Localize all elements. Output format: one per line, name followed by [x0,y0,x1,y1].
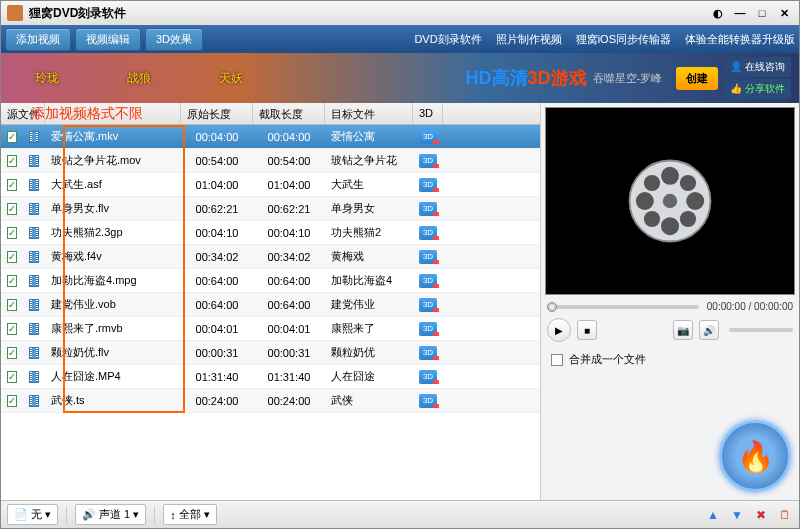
add-video-button[interactable]: 添加视频 [5,28,71,51]
table-row[interactable]: ✓加勒比海盗4.mpg00:64:0000:64:00加勒比海盗43D [1,269,540,293]
svg-point-4 [636,192,654,210]
volume-slider[interactable] [729,328,793,332]
3d-toggle-icon[interactable]: 3D [419,178,437,192]
cell-target: 武侠 [325,393,413,408]
cell-cut-len: 01:04:00 [253,179,325,191]
table-row[interactable]: ✓玻钻之争片花.mov00:54:0000:54:00玻钻之争片花3D [1,149,540,173]
video-icon [29,371,39,383]
video-icon [29,131,39,143]
audio-select[interactable]: 🔊声道 1▾ [75,504,146,525]
cell-orig-len: 00:54:00 [181,155,253,167]
cell-cut-len: 00:64:00 [253,275,325,287]
col-source[interactable]: 源文件 [1,103,45,124]
3d-toggle-icon[interactable]: 3D [419,130,437,144]
video-icon [29,251,39,263]
cell-filename: 人在囧途.MP4 [45,369,181,384]
3d-toggle-icon[interactable]: 3D [419,370,437,384]
table-row[interactable]: ✓大武生.asf01:04:0001:04:00大武生3D [1,173,540,197]
play-button[interactable]: ▶ [547,318,571,342]
cell-filename: 黄梅戏.f4v [45,249,181,264]
3d-toggle-icon[interactable]: 3D [419,298,437,312]
volume-icon[interactable]: 🔊 [699,320,719,340]
snapshot-button[interactable]: 📷 [673,320,693,340]
minimize-button[interactable]: ― [731,6,749,20]
row-checkbox[interactable]: ✓ [7,347,17,359]
video-icon [29,347,39,359]
online-help-button[interactable]: 👤 在线咨询 [724,57,791,77]
share-button[interactable]: 👍 分享软件 [724,79,791,99]
3d-toggle-icon[interactable]: 3D [419,226,437,240]
banner-create-button[interactable]: 创建 [676,67,718,90]
table-row[interactable]: ✓武侠.ts00:24:0000:24:00武侠3D [1,389,540,413]
subtitle-select[interactable]: 📄无▾ [7,504,58,525]
move-up-button[interactable]: ▲ [705,507,721,523]
burn-button[interactable]: 🔥 [719,420,791,492]
col-cut-len[interactable]: 截取长度 [253,103,325,124]
cell-target: 爱情公寓 [325,129,413,144]
table-row[interactable]: ✓黄梅戏.f4v00:34:0200:34:02黄梅戏3D [1,245,540,269]
link-dvd[interactable]: DVD刻录软件 [414,32,481,47]
3d-toggle-icon[interactable]: 3D [419,202,437,216]
table-header: 源文件 原始长度 截取长度 目标文件 3D [1,103,540,125]
3d-toggle-icon[interactable]: 3D [419,250,437,264]
row-checkbox[interactable]: ✓ [7,203,17,215]
svg-point-6 [644,175,660,191]
row-checkbox[interactable]: ✓ [7,251,17,263]
cell-cut-len: 00:00:31 [253,347,325,359]
banner-hd: HD高清3D游戏 [466,66,587,90]
link-ios[interactable]: 狸窝iOS同步传输器 [576,32,671,47]
3d-toggle-icon[interactable]: 3D [419,154,437,168]
row-checkbox[interactable]: ✓ [7,155,17,167]
3d-toggle-icon[interactable]: 3D [419,274,437,288]
video-icon [29,179,39,191]
row-checkbox[interactable]: ✓ [7,299,17,311]
link-upgrade[interactable]: 体验全能转换器升级版 [685,32,795,47]
3d-toggle-icon[interactable]: 3D [419,346,437,360]
cell-target: 康熙来了 [325,321,413,336]
time-slider[interactable] [547,305,699,309]
3d-toggle-icon[interactable]: 3D [419,322,437,336]
stop-button[interactable]: ■ [577,320,597,340]
table-row[interactable]: ✓人在囧途.MP401:31:4001:31:40人在囧途3D [1,365,540,389]
row-checkbox[interactable]: ✓ [7,227,17,239]
file-list: ✓爱情公寓.mkv00:04:0000:04:00爱情公寓3D✓玻钻之争片花.m… [1,125,540,500]
col-filename[interactable] [45,103,181,124]
close-button[interactable]: ✕ [775,6,793,20]
merge-checkbox[interactable]: ✓ [551,354,563,366]
table-row[interactable]: ✓单身男女.flv00:62:2100:62:21单身男女3D [1,197,540,221]
row-checkbox[interactable]: ✓ [7,179,17,191]
table-row[interactable]: ✓功夫熊猫2.3gp00:04:1000:04:10功夫熊猫23D [1,221,540,245]
row-checkbox[interactable]: ✓ [7,371,17,383]
row-checkbox[interactable]: ✓ [7,275,17,287]
cell-orig-len: 00:64:00 [181,299,253,311]
effect-3d-button[interactable]: 3D效果 [145,28,203,51]
menubar: 添加视频 视频编辑 3D效果 DVD刻录软件 照片制作视频 狸窝iOS同步传输器… [1,25,799,53]
cell-orig-len: 00:00:31 [181,347,253,359]
3d-toggle-icon[interactable]: 3D [419,394,437,408]
row-checkbox[interactable]: ✓ [7,323,17,335]
maximize-button[interactable]: □ [753,6,771,20]
delete-button[interactable]: ✖ [753,507,769,523]
table-row[interactable]: ✓爱情公寓.mkv00:04:0000:04:00爱情公寓3D [1,125,540,149]
svg-point-3 [661,217,679,235]
move-down-button[interactable]: ▼ [729,507,745,523]
row-checkbox[interactable]: ✓ [7,395,17,407]
skin-button[interactable]: ◐ [709,6,727,20]
cell-target: 建党伟业 [325,297,413,312]
range-select[interactable]: ↕全部▾ [163,504,217,525]
video-icon [29,275,39,287]
link-photo[interactable]: 照片制作视频 [496,32,562,47]
row-checkbox[interactable]: ✓ [7,131,17,143]
table-row[interactable]: ✓颗粒奶优.flv00:00:3100:00:31颗粒奶优3D [1,341,540,365]
cell-target: 加勒比海盗4 [325,273,413,288]
col-target[interactable]: 目标文件 [325,103,413,124]
cell-filename: 康熙来了.rmvb [45,321,181,336]
col-orig-len[interactable]: 原始长度 [181,103,253,124]
table-row[interactable]: ✓建党伟业.vob00:64:0000:64:00建党伟业3D [1,293,540,317]
col-3d[interactable]: 3D [413,103,443,124]
cell-orig-len: 01:31:40 [181,371,253,383]
clear-button[interactable]: 🗒 [777,507,793,523]
video-edit-button[interactable]: 视频编辑 [75,28,141,51]
table-row[interactable]: ✓康熙来了.rmvb00:04:0100:04:01康熙来了3D [1,317,540,341]
banner[interactable]: 玲珑 战狼 天妖 HD高清3D游戏 吞噬星空-罗峰 创建 👤 在线咨询 👍 分享… [1,53,799,103]
